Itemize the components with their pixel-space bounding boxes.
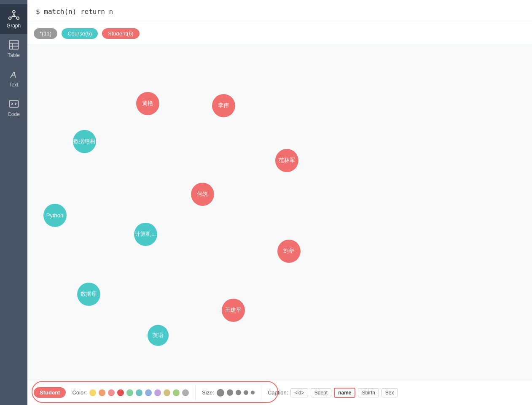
size-label: Size: (202, 389, 214, 396)
tab-all[interactable]: *(11) (34, 28, 57, 39)
node-shujujiegou[interactable]: 数据结构 (73, 130, 96, 153)
size-dot-5[interactable] (251, 391, 255, 394)
caption-section: Caption: <id> Sdept name Sbirth Sex (268, 388, 398, 398)
caption-tag-sdept[interactable]: Sdept (311, 388, 331, 397)
size-dot-2[interactable] (227, 389, 233, 396)
svg-line-14 (11, 104, 13, 105)
node-hewu[interactable]: 何筑 (191, 183, 214, 206)
node-jisuanji[interactable]: 计算机... (134, 223, 157, 246)
legend-student-label[interactable]: Student (34, 387, 66, 398)
node-huangyan[interactable]: 黄艳 (136, 92, 159, 115)
sidebar-item-text-label: Text (9, 82, 18, 88)
color-dot-1[interactable] (89, 389, 96, 396)
node-fanlinjun[interactable]: 范林军 (275, 149, 298, 172)
color-dot-5[interactable] (126, 389, 133, 396)
caption-tag-sex[interactable]: Sex (382, 388, 398, 397)
color-dot-6[interactable] (136, 389, 142, 396)
svg-line-16 (15, 104, 16, 105)
color-dot-7[interactable] (145, 389, 152, 396)
node-shujuku[interactable]: 数据库 (77, 283, 100, 306)
caption-tag-id[interactable]: <id> (290, 388, 308, 397)
query-text: $ match(n) return n (36, 8, 113, 16)
sidebar-item-code[interactable]: Code (0, 93, 27, 122)
svg-text:A: A (9, 70, 16, 79)
color-dot-10[interactable] (173, 389, 180, 396)
sidebar-item-table-label: Table (8, 52, 20, 58)
node-yingyu[interactable]: 英语 (148, 325, 169, 346)
color-dot-2[interactable] (99, 389, 105, 396)
color-section: Color: (72, 389, 189, 396)
svg-line-6 (14, 16, 16, 17)
color-dot-11[interactable] (182, 389, 189, 396)
color-dot-8[interactable] (154, 389, 161, 396)
size-section: Size: (202, 389, 255, 397)
svg-line-5 (11, 16, 13, 17)
divider-2 (261, 385, 261, 400)
tabbar: *(11) Course(5) Student(6) (27, 23, 532, 44)
graph-area: 黄艳李伟数据结构范林军何筑Python计算机...刘华数据库王建平英语 (27, 44, 532, 380)
color-dot-3[interactable] (108, 389, 115, 396)
topbar: $ match(n) return n (27, 0, 532, 23)
size-dot-1[interactable] (217, 389, 224, 397)
size-dot-3[interactable] (236, 390, 241, 395)
color-dot-9[interactable] (164, 389, 170, 396)
tab-student[interactable]: Student(6) (102, 28, 140, 39)
legend-bar: Student Color: Size: Caption: <id> Sdept… (27, 380, 532, 405)
color-label: Color: (72, 389, 87, 396)
node-wangjiaping[interactable]: 王建平 (222, 299, 245, 322)
sidebar-item-graph[interactable]: Graph (0, 4, 27, 34)
svg-rect-12 (9, 100, 18, 107)
node-python[interactable]: Python (43, 204, 67, 227)
tab-course[interactable]: Course(5) (62, 28, 98, 39)
node-liuhua[interactable]: 刘华 (277, 240, 301, 263)
sidebar-item-graph-label: Graph (7, 23, 21, 29)
sidebar: Graph Table A Text Code (0, 0, 27, 405)
sidebar-item-text[interactable]: A Text (0, 63, 27, 93)
caption-tag-name[interactable]: name (334, 388, 355, 398)
svg-point-0 (13, 11, 15, 13)
node-liwei[interactable]: 李伟 (212, 94, 235, 117)
sidebar-item-table[interactable]: Table (0, 34, 27, 63)
divider-1 (195, 385, 196, 400)
color-dot-4[interactable] (117, 389, 124, 396)
sidebar-item-code-label: Code (8, 111, 20, 117)
caption-label: Caption: (268, 389, 288, 396)
svg-rect-7 (9, 40, 18, 49)
caption-tag-sbirth[interactable]: Sbirth (358, 388, 379, 397)
size-dot-4[interactable] (244, 390, 248, 395)
